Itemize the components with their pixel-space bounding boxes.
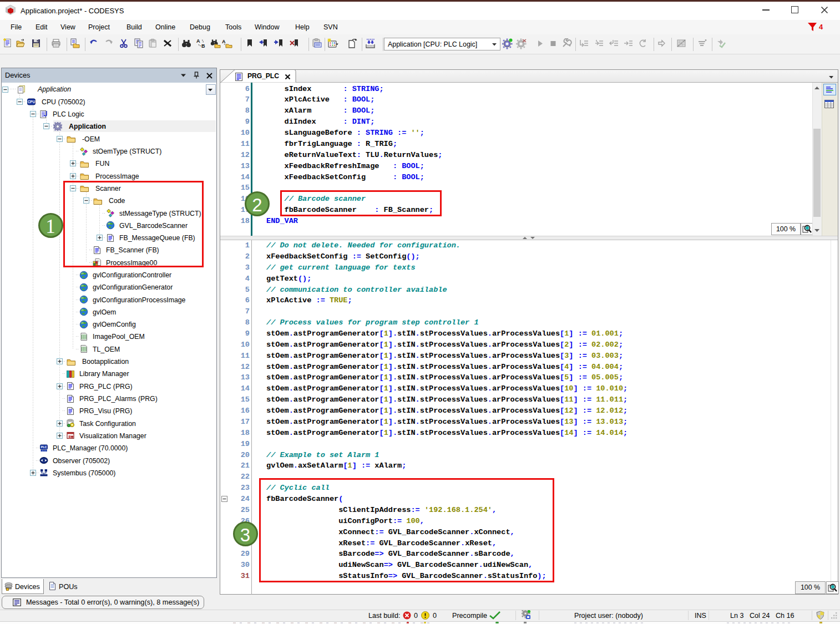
- svg-text:PLC: PLC: [41, 445, 47, 449]
- svg-text:A: A: [222, 39, 226, 44]
- svg-text:B: B: [201, 43, 205, 49]
- svg-text:A: A: [196, 38, 200, 44]
- svg-text:CPU: CPU: [28, 100, 36, 104]
